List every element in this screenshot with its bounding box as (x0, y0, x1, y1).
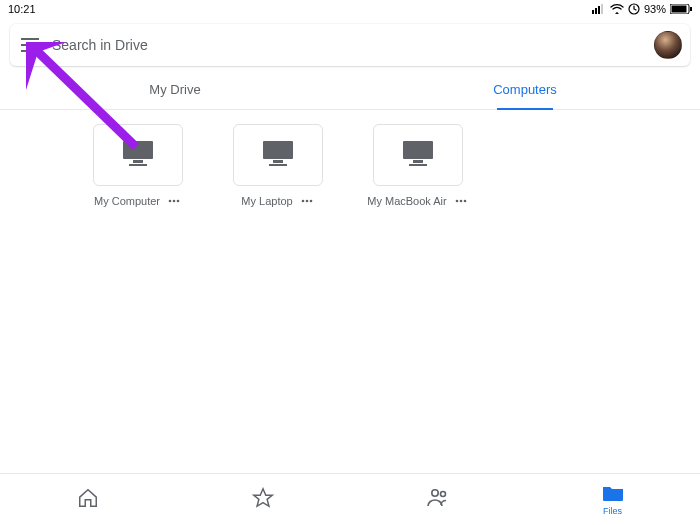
search-bar: Search in Drive (10, 24, 690, 66)
svg-rect-6 (672, 6, 687, 13)
svg-point-26 (455, 200, 458, 203)
svg-rect-1 (595, 8, 597, 14)
svg-rect-7 (690, 7, 692, 11)
home-icon (77, 487, 99, 513)
svg-point-31 (440, 491, 445, 496)
computer-tile[interactable] (93, 124, 183, 186)
svg-rect-2 (598, 6, 600, 14)
item-label: My MacBook Air (367, 194, 446, 208)
computer-grid: My Computer My Laptop My MacBook Air (0, 110, 700, 208)
tabs: My Drive Computers (0, 70, 700, 110)
svg-point-22 (309, 200, 312, 203)
svg-rect-23 (403, 141, 433, 159)
svg-point-27 (459, 200, 462, 203)
computer-tile[interactable] (373, 124, 463, 186)
svg-rect-24 (413, 160, 423, 163)
svg-rect-3 (601, 4, 603, 14)
svg-point-15 (173, 200, 176, 203)
svg-point-30 (431, 489, 437, 495)
tab-my-drive[interactable]: My Drive (0, 70, 350, 109)
folder-icon (602, 484, 624, 506)
monitor-icon (261, 139, 295, 171)
clock: 10:21 (8, 3, 36, 15)
more-icon[interactable] (453, 197, 469, 205)
people-icon (426, 487, 450, 513)
svg-rect-10 (21, 50, 39, 52)
status-bar: 10:21 93% (0, 0, 700, 18)
nav-starred[interactable] (175, 474, 350, 525)
monitor-icon (121, 139, 155, 171)
svg-point-16 (177, 200, 180, 203)
svg-rect-19 (269, 164, 287, 166)
svg-rect-9 (21, 44, 39, 46)
monitor-icon (401, 139, 435, 171)
tab-computers[interactable]: Computers (350, 70, 700, 109)
item-label: My Laptop (241, 194, 292, 208)
nav-files-label: Files (603, 506, 622, 516)
computer-item: My MacBook Air (368, 124, 468, 208)
bottom-navigation: Files (0, 473, 700, 525)
computer-item: My Computer (88, 124, 188, 208)
svg-point-21 (305, 200, 308, 203)
search-input[interactable]: Search in Drive (52, 37, 644, 53)
svg-rect-18 (273, 160, 283, 163)
cellular-icon (592, 4, 606, 14)
computer-tile[interactable] (233, 124, 323, 186)
more-icon[interactable] (299, 197, 315, 205)
nav-shared[interactable] (350, 474, 525, 525)
item-label: My Computer (94, 194, 160, 208)
svg-point-14 (169, 200, 172, 203)
svg-rect-8 (21, 38, 39, 40)
svg-point-28 (463, 200, 466, 203)
svg-rect-13 (129, 164, 147, 166)
svg-point-20 (301, 200, 304, 203)
svg-rect-17 (263, 141, 293, 159)
nav-home[interactable] (0, 474, 175, 525)
nav-files[interactable]: Files (525, 474, 700, 525)
svg-rect-11 (123, 141, 153, 159)
svg-rect-0 (592, 10, 594, 14)
more-icon[interactable] (166, 197, 182, 205)
star-icon (252, 487, 274, 513)
computer-item: My Laptop (228, 124, 328, 208)
svg-rect-25 (409, 164, 427, 166)
battery-icon (670, 4, 692, 14)
svg-rect-12 (133, 160, 143, 163)
avatar[interactable] (654, 31, 682, 59)
sync-icon (628, 3, 640, 15)
menu-icon[interactable] (18, 33, 42, 57)
battery-text: 93% (644, 3, 666, 15)
wifi-icon (610, 4, 624, 14)
